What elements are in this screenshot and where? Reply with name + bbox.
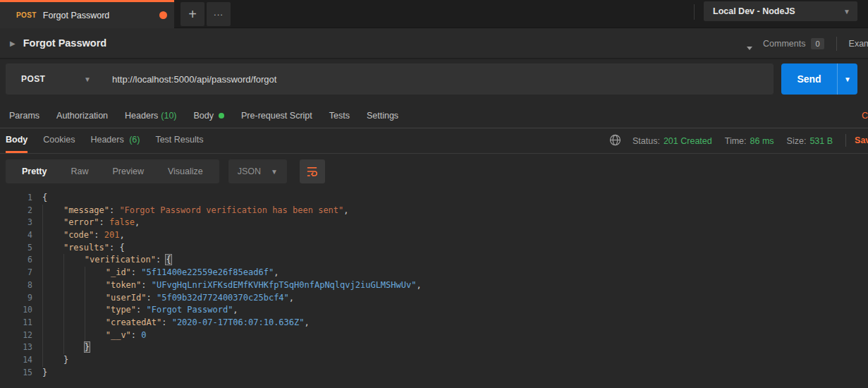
indent-guide bbox=[85, 292, 106, 305]
view-tab-pretty[interactable]: Pretty bbox=[10, 166, 59, 176]
send-button[interactable]: Send bbox=[781, 63, 837, 95]
chevron-down-icon: ▼ bbox=[844, 75, 851, 83]
status-label: Status: bbox=[632, 136, 660, 146]
request-header: ▶ Forgot Password Comments 0 Examples bbox=[0, 28, 868, 59]
request-tab-authorization[interactable]: Authorization bbox=[56, 111, 108, 121]
view-tab-visualize[interactable]: Visualize bbox=[156, 166, 215, 176]
token-pn: , bbox=[305, 317, 310, 327]
send-options-button[interactable]: ▼ bbox=[837, 63, 857, 95]
indent-guide bbox=[42, 205, 63, 217]
token-pn: , bbox=[119, 230, 124, 240]
indent-guide bbox=[63, 267, 85, 279]
response-tab-test-results[interactable]: Test Results bbox=[155, 135, 203, 153]
examples-button[interactable]: Examples bbox=[849, 39, 868, 49]
url-input[interactable]: http://localhost:5000/api/password/forgo… bbox=[104, 74, 276, 85]
token-pn: } bbox=[42, 368, 47, 377]
token-key: "type" bbox=[106, 305, 136, 315]
code-line: 5 "results": { bbox=[0, 242, 868, 255]
token-blue: 0 bbox=[141, 330, 146, 340]
tab-strip: POST Forgot Password + ... Local Dev - N… bbox=[0, 0, 868, 28]
token-str: "Forgot Password verification has been s… bbox=[119, 205, 343, 215]
token-pn: : bbox=[109, 205, 119, 215]
line-number: 9 bbox=[0, 292, 32, 305]
url-field: POST ▼ http://localhost:5000/api/passwor… bbox=[6, 63, 774, 95]
token-key: "token" bbox=[106, 280, 142, 290]
method-dropdown[interactable]: POST ▼ bbox=[6, 74, 104, 84]
line-number: 3 bbox=[0, 217, 32, 229]
token-pn: , bbox=[416, 280, 421, 290]
token-pn: , bbox=[233, 305, 238, 315]
line-number: 11 bbox=[0, 317, 32, 329]
token-key: "verification" bbox=[85, 255, 156, 265]
token-key: "_id" bbox=[106, 267, 131, 277]
line-number: 14 bbox=[0, 354, 32, 367]
indent-guide bbox=[63, 304, 85, 317]
request-tab-settings[interactable]: Settings bbox=[367, 111, 398, 121]
token-num: 201 bbox=[104, 230, 120, 240]
token-pn: : bbox=[136, 305, 146, 315]
tab-options-button[interactable]: ... bbox=[207, 2, 231, 26]
wrap-text-button[interactable] bbox=[300, 159, 325, 183]
open-request-tab[interactable]: POST Forgot Password bbox=[0, 0, 174, 28]
token-pn: : bbox=[94, 230, 104, 240]
body-present-dot bbox=[219, 113, 224, 119]
token-key: "error" bbox=[63, 217, 99, 227]
send-button-group: Send ▼ bbox=[781, 63, 857, 95]
code-line: 4 "code": 201, bbox=[0, 229, 868, 242]
token-pn: : { bbox=[109, 243, 125, 253]
environment-selector[interactable]: Local Dev - NodeJS ▼ bbox=[704, 1, 857, 21]
request-tab-pre-request-script[interactable]: Pre-request Script bbox=[241, 111, 312, 121]
line-number: 7 bbox=[0, 267, 32, 279]
request-tabs: ParamsAuthorizationHeaders(10)BodyPre-re… bbox=[0, 103, 868, 128]
request-name: Forgot Password bbox=[23, 37, 106, 49]
line-number: 8 bbox=[0, 279, 32, 292]
request-tab-tests[interactable]: Tests bbox=[329, 111, 350, 121]
indent-guide bbox=[63, 341, 85, 354]
indent-guide bbox=[42, 279, 63, 292]
time-label: Time: bbox=[725, 136, 747, 146]
tab-method-badge: POST bbox=[16, 11, 37, 19]
indent-guide bbox=[85, 317, 106, 329]
indent-guide bbox=[42, 267, 63, 279]
code-line: 14 } bbox=[0, 354, 868, 367]
indent-guide bbox=[63, 329, 85, 342]
language-value: JSON bbox=[238, 166, 261, 176]
request-tab-body[interactable]: Body bbox=[194, 111, 225, 121]
code-line: 6 "verification": { bbox=[0, 254, 868, 267]
time-value: 86 ms bbox=[750, 136, 774, 146]
response-body-editor[interactable]: 1{2 "message": "Forgot Password verifica… bbox=[0, 189, 868, 379]
code-line: 8 "token": "UFvgHqLnriXFKsdEMfKVHKfpTSqH… bbox=[0, 279, 868, 292]
token-match: } bbox=[84, 341, 90, 353]
size-value: 531 B bbox=[809, 136, 833, 146]
language-dropdown[interactable]: JSON ▼ bbox=[228, 159, 287, 183]
wrap-text-icon bbox=[306, 166, 318, 177]
response-tab-body[interactable]: Body bbox=[6, 135, 27, 153]
divider bbox=[836, 37, 837, 51]
tab-count: (10) bbox=[161, 111, 176, 121]
size-label: Size: bbox=[787, 136, 807, 146]
token-key: "__v" bbox=[106, 330, 131, 340]
environment-name: Local Dev - NodeJS bbox=[713, 6, 843, 16]
response-tab-cookies[interactable]: Cookies bbox=[43, 135, 75, 153]
new-tab-button[interactable]: + bbox=[181, 2, 204, 26]
chevron-down-icon: ▼ bbox=[84, 75, 91, 83]
collapse-caret-icon[interactable]: ▶ bbox=[10, 40, 16, 47]
line-number: 10 bbox=[0, 304, 32, 317]
request-tab-params[interactable]: Params bbox=[9, 111, 39, 121]
request-tab-headers[interactable]: Headers(10) bbox=[125, 111, 176, 121]
token-pn: , bbox=[289, 293, 294, 303]
comments-button[interactable]: Comments bbox=[763, 39, 805, 49]
save-response-button[interactable]: Save Response bbox=[855, 135, 868, 145]
token-pn: : bbox=[141, 280, 151, 290]
divider bbox=[694, 4, 695, 20]
request-builder: POST ▼ http://localhost:5000/api/passwor… bbox=[0, 59, 868, 99]
indent-guide bbox=[42, 229, 63, 242]
view-mode-tabs: PrettyRawPreviewVisualize bbox=[6, 159, 219, 183]
view-tab-preview[interactable]: Preview bbox=[100, 166, 155, 176]
token-blue: "5f09b32d772400370c25bcf4" bbox=[157, 293, 289, 303]
view-tab-raw[interactable]: Raw bbox=[59, 166, 100, 176]
cookies-link[interactable]: Cookies bbox=[862, 111, 868, 121]
token-blue: "UFvgHqLnriXFKsdEMfKVHKfpTSqH0nfApNqlqvj… bbox=[152, 280, 417, 290]
response-meta: Status:201 Created Time:86 ms Size:531 B… bbox=[609, 128, 868, 152]
response-tab-headers[interactable]: Headers (6) bbox=[90, 135, 140, 153]
